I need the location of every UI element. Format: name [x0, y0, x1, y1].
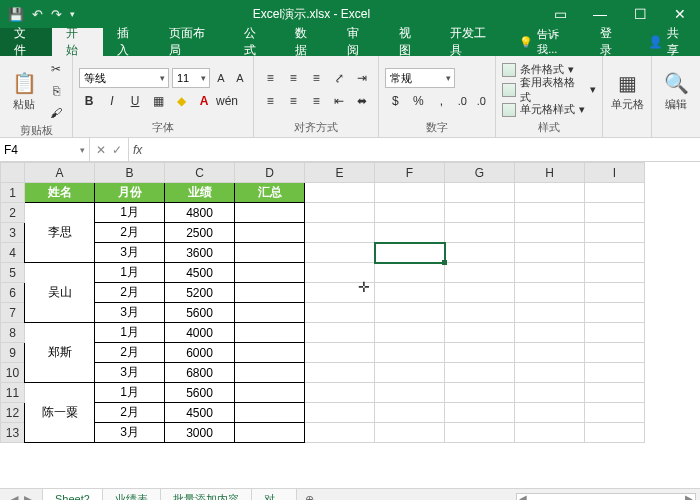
decrease-font-icon[interactable]: A: [232, 70, 248, 86]
row-header[interactable]: 8: [1, 323, 25, 343]
tab-data[interactable]: 数据: [281, 28, 333, 56]
col-header[interactable]: C: [165, 163, 235, 183]
orientation-button[interactable]: ⤤: [329, 68, 349, 88]
cell[interactable]: 4800: [165, 203, 235, 223]
cell[interactable]: [445, 323, 515, 343]
cell[interactable]: 1月: [95, 323, 165, 343]
cell[interactable]: 姓名: [25, 183, 95, 203]
cell[interactable]: [375, 263, 445, 283]
cell[interactable]: [305, 303, 375, 323]
cell[interactable]: 2月: [95, 403, 165, 423]
row-header[interactable]: 5: [1, 263, 25, 283]
cut-button[interactable]: ✂: [46, 59, 66, 79]
cell[interactable]: 4000: [165, 323, 235, 343]
font-size-combo[interactable]: 11: [172, 68, 210, 88]
cell[interactable]: [375, 343, 445, 363]
cell[interactable]: [235, 343, 305, 363]
row-header[interactable]: 13: [1, 423, 25, 443]
cell[interactable]: [515, 303, 585, 323]
border-button[interactable]: ▦: [148, 91, 168, 111]
cell[interactable]: 3月: [95, 243, 165, 263]
row-header[interactable]: 11: [1, 383, 25, 403]
align-center-button[interactable]: ≡: [283, 91, 303, 111]
cell[interactable]: [375, 363, 445, 383]
cell[interactable]: [445, 383, 515, 403]
cell[interactable]: 1月: [95, 263, 165, 283]
cell[interactable]: [305, 343, 375, 363]
save-icon[interactable]: 💾: [8, 7, 24, 22]
cell[interactable]: [515, 283, 585, 303]
tab-review[interactable]: 审阅: [333, 28, 385, 56]
cell[interactable]: [305, 283, 375, 303]
cell[interactable]: [515, 243, 585, 263]
cell[interactable]: [585, 263, 645, 283]
font-name-combo[interactable]: 等线: [79, 68, 169, 88]
cell[interactable]: 6800: [165, 363, 235, 383]
cell[interactable]: [235, 323, 305, 343]
cell[interactable]: [445, 243, 515, 263]
cell[interactable]: [585, 363, 645, 383]
cell[interactable]: [235, 383, 305, 403]
cell[interactable]: [305, 383, 375, 403]
col-header[interactable]: A: [25, 163, 95, 183]
cells-button[interactable]: ▦单元格: [609, 59, 645, 123]
cell[interactable]: [375, 383, 445, 403]
cell[interactable]: [235, 263, 305, 283]
increase-decimal-button[interactable]: .0: [454, 93, 470, 109]
cell-styles-button[interactable]: 单元格样式 ▾: [502, 101, 596, 119]
cell[interactable]: [235, 283, 305, 303]
tab-view[interactable]: 视图: [385, 28, 437, 56]
cell[interactable]: [445, 343, 515, 363]
minimize-button[interactable]: —: [580, 0, 620, 28]
cell[interactable]: [515, 423, 585, 443]
cell[interactable]: [585, 243, 645, 263]
col-header[interactable]: B: [95, 163, 165, 183]
row-header[interactable]: 6: [1, 283, 25, 303]
cell[interactable]: [585, 323, 645, 343]
cell[interactable]: [515, 323, 585, 343]
align-top-button[interactable]: ≡: [260, 68, 280, 88]
tab-insert[interactable]: 插入: [103, 28, 155, 56]
bold-button[interactable]: B: [79, 91, 99, 111]
cell[interactable]: [445, 263, 515, 283]
cell[interactable]: [445, 403, 515, 423]
number-format-combo[interactable]: 常规: [385, 68, 455, 88]
cell[interactable]: [375, 423, 445, 443]
row-header[interactable]: 9: [1, 343, 25, 363]
cell[interactable]: [445, 303, 515, 323]
cell[interactable]: 4500: [165, 263, 235, 283]
cell[interactable]: [585, 223, 645, 243]
cell[interactable]: [235, 303, 305, 323]
cell[interactable]: [305, 363, 375, 383]
cell[interactable]: 2月: [95, 343, 165, 363]
share-button[interactable]: 👤 共享: [638, 28, 700, 56]
cell[interactable]: [585, 303, 645, 323]
currency-button[interactable]: $: [385, 91, 405, 111]
undo-icon[interactable]: ↶: [32, 7, 43, 22]
align-right-button[interactable]: ≡: [306, 91, 326, 111]
paste-button[interactable]: 📋 粘贴: [6, 59, 42, 123]
tab-home[interactable]: 开始: [52, 28, 104, 56]
decrease-decimal-button[interactable]: .0: [473, 93, 489, 109]
close-button[interactable]: ✕: [660, 0, 700, 28]
align-middle-button[interactable]: ≡: [283, 68, 303, 88]
cell[interactable]: [375, 183, 445, 203]
tab-file[interactable]: 文件: [0, 28, 52, 56]
cell[interactable]: 5600: [165, 383, 235, 403]
cell[interactable]: [515, 383, 585, 403]
cell[interactable]: [235, 363, 305, 383]
cell[interactable]: [585, 283, 645, 303]
cell[interactable]: [515, 343, 585, 363]
cell[interactable]: [445, 203, 515, 223]
cell[interactable]: [515, 403, 585, 423]
cell[interactable]: [375, 403, 445, 423]
merge-button[interactable]: ⬌: [352, 91, 372, 111]
cell[interactable]: [375, 323, 445, 343]
format-table-button[interactable]: 套用表格格式 ▾: [502, 81, 596, 99]
maximize-button[interactable]: ☐: [620, 0, 660, 28]
row-header[interactable]: 7: [1, 303, 25, 323]
format-painter-button[interactable]: 🖌: [46, 103, 66, 123]
cell[interactable]: [515, 183, 585, 203]
cell[interactable]: [305, 263, 375, 283]
cell[interactable]: [375, 203, 445, 223]
